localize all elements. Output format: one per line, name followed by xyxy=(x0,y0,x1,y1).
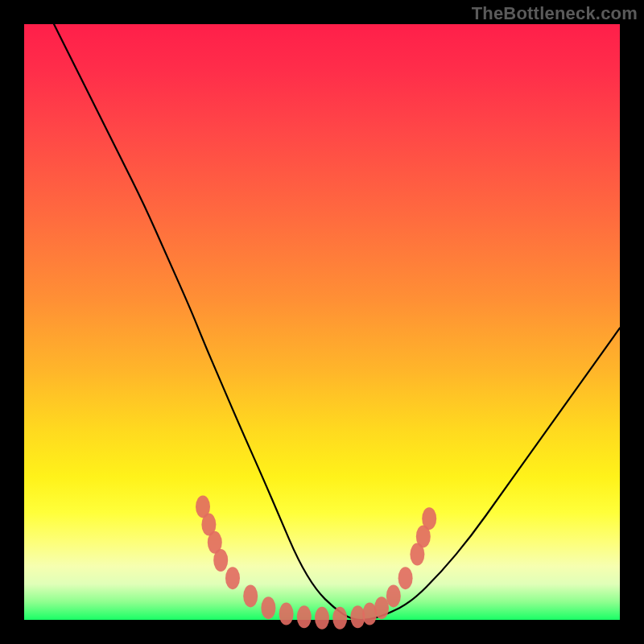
bottleneck-curve-path xyxy=(54,24,620,620)
highlight-dot xyxy=(398,567,413,589)
outer-frame: TheBottleneck.com xyxy=(0,0,644,644)
highlight-dot xyxy=(315,607,329,630)
highlight-dot xyxy=(243,584,258,607)
highlight-dot xyxy=(279,603,294,625)
chart-plot-area xyxy=(24,24,620,620)
bottleneck-curve-svg xyxy=(24,24,620,620)
bottom-dot-cluster xyxy=(196,495,436,629)
highlight-dot xyxy=(225,567,240,589)
watermark-label: TheBottleneck.com xyxy=(472,3,638,24)
highlight-dot xyxy=(213,549,228,572)
highlight-dot xyxy=(332,607,347,630)
highlight-dot xyxy=(374,597,389,619)
highlight-dot xyxy=(261,597,275,619)
highlight-dot xyxy=(422,507,436,530)
highlight-dot xyxy=(297,605,312,628)
highlight-dot xyxy=(386,584,401,607)
